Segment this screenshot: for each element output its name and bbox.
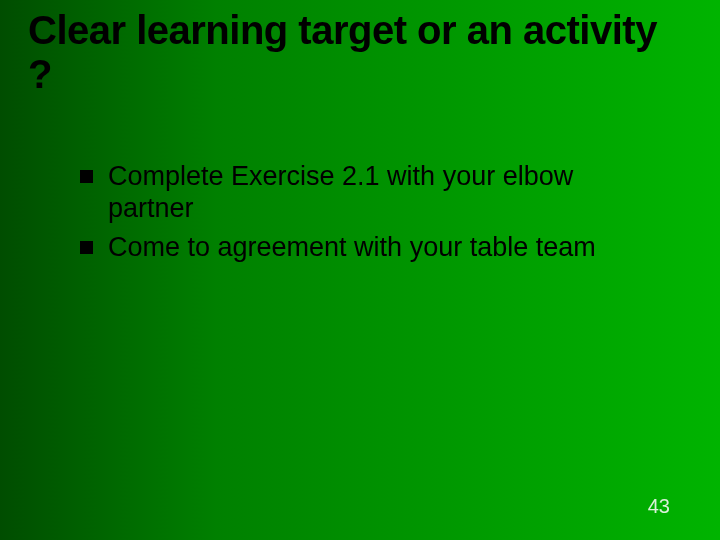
bullet-item: Come to agreement with your table team	[80, 231, 660, 263]
page-number: 43	[648, 495, 670, 518]
bullet-item: Complete Exercise 2.1 with your elbow pa…	[80, 160, 660, 225]
slide-title: Clear learning target or an activity ?	[28, 8, 680, 96]
slide-content: Complete Exercise 2.1 with your elbow pa…	[80, 160, 660, 269]
slide: Clear learning target or an activity ? C…	[0, 0, 720, 540]
